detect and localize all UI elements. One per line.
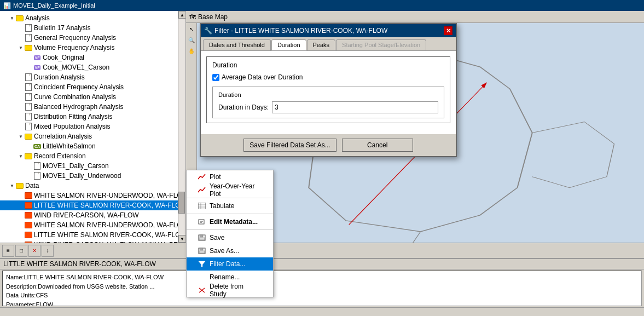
data-icon-wind-river <box>24 211 33 220</box>
duration-group: Duration Average Data over Duration Dura… <box>206 56 450 123</box>
data-icon-white-salmon-1 <box>24 191 33 200</box>
dialog-title-content: 🔧 Filter - LITTLE WHITE SALMON RIVER-COO… <box>204 27 387 35</box>
doc-icon-balanced <box>24 102 33 111</box>
tree-item-data[interactable]: ▼ Data <box>0 181 185 191</box>
tree-item-mixed-pop[interactable]: Mixed Population Analysis <box>0 122 185 131</box>
tree-item-curve-combo[interactable]: Curve Combination Analysis <box>0 92 185 102</box>
tree-item-vf-cook-move1[interactable]: VF Cook_MOVE1_Carson <box>0 62 185 72</box>
general-freq-label: General Frequency Analysis <box>34 34 116 42</box>
avg-duration-label[interactable]: Average Data over Duration <box>222 73 303 81</box>
curve-combo-label: Curve Combination Analysis <box>34 93 116 101</box>
folder-icon-data <box>15 181 24 190</box>
app-icon: 📊 <box>3 2 11 9</box>
doc-icon-move1-carson <box>33 162 42 170</box>
tab-dates-threshold[interactable]: Dates and Threshold <box>203 39 271 50</box>
dialog-footer: Save Filtered Data Set As... Cancel <box>201 134 456 156</box>
tree-arrow-analysis: ▼ <box>9 15 15 21</box>
tree-item-move1-carson[interactable]: MOVE1_Daily_Carson <box>0 161 185 171</box>
ca-little-white-label: LittleWhiteSalmon <box>43 142 96 150</box>
little-white-label: LITTLE WHITE SALMON RIVER-COOK, WA-FLOW <box>34 202 186 209</box>
coincident-freq-label: Coincident Frequency Analysis <box>34 83 124 91</box>
edit-metadata-icon <box>198 217 206 226</box>
doc-icon-coincident <box>24 83 33 91</box>
white-salmon-1-label: WHITE SALMON RIVER-UNDERWOOD, WA-FLOW <box>34 192 186 199</box>
status-text <box>3 309 5 315</box>
status-bar <box>0 307 644 316</box>
tb-list-btn[interactable]: ≡ <box>2 245 14 257</box>
tab-peaks[interactable]: Peaks <box>307 39 336 50</box>
analysis-label: Analysis <box>25 14 50 22</box>
tree-scrollbar[interactable]: ▲ ▼ <box>178 11 185 243</box>
svg-rect-4 <box>199 220 204 224</box>
tb-run-btn[interactable]: ↕ <box>42 245 54 257</box>
tree-item-little-white-selected[interactable]: LITTLE WHITE SALMON RIVER-COOK, WA-FLOW <box>0 200 185 210</box>
tree-arrow-record-ext: ▼ <box>18 153 24 159</box>
tree-item-coincident-freq[interactable]: Coincident Frequency Analysis <box>0 82 185 92</box>
tree-item-volume-freq[interactable]: ▼ Volume Frequency Analysis <box>0 43 185 53</box>
inner-group-title: Duration <box>218 91 438 98</box>
tb-view-btn[interactable]: □ <box>15 245 27 257</box>
tool-cursor-btn[interactable]: ↖ <box>187 24 196 34</box>
plot-icon <box>198 173 206 181</box>
bottom-toolbar: ≡ □ ✕ ↕ <box>0 243 644 258</box>
scroll-down-btn[interactable]: ▼ <box>178 235 186 243</box>
doc-icon-bulletin17 <box>24 24 33 32</box>
data-icon-little-white-2 <box>24 231 33 239</box>
tree-item-little-white-2[interactable]: LITTLE WHITE SALMON RIVER-COOK, WA-FLOW <box>0 230 185 240</box>
scroll-thumb[interactable] <box>178 192 185 214</box>
tool-hand-btn[interactable]: ✋ <box>187 46 196 56</box>
plot-label: Plot <box>210 173 221 181</box>
tab-starting-pool: Starting Pool Stage/Elevation <box>336 39 426 50</box>
tab-duration[interactable]: Duration <box>271 39 306 50</box>
tree-arrow-data: ▼ <box>9 182 15 189</box>
tree-item-balanced-hydro[interactable]: Balanced Hydrograph Analysis <box>0 102 185 112</box>
duration-days-input[interactable] <box>272 101 438 113</box>
dialog-tabs: Dates and Threshold Duration Peaks Start… <box>201 37 456 51</box>
yoy-plot-label: Year-Over-Year Plot <box>210 182 262 198</box>
tree-item-dist-fitting[interactable]: Distribution Fitting Analysis <box>0 112 185 122</box>
tree-item-white-salmon-2[interactable]: WHITE SALMON RIVER-UNDERWOOD, WA-FLOW <box>0 220 185 230</box>
tree-item-general-freq[interactable]: General Frequency Analysis <box>0 33 185 43</box>
balanced-hydro-label: Balanced Hydrograph Analysis <box>34 103 123 111</box>
context-separator-2 <box>187 214 273 214</box>
info-panel: Name:LITTLE WHITE SALMON RIVER-COOK, WA-… <box>2 271 642 306</box>
tree-item-ca-little-white[interactable]: CA LittleWhiteSalmon <box>0 141 185 151</box>
context-menu-tabulate[interactable]: Tabulate <box>187 199 273 212</box>
duration-label: Duration Analysis <box>34 73 85 81</box>
folder-icon-volume-freq <box>24 43 33 52</box>
tree-item-record-ext[interactable]: ▼ Record Extension <box>0 151 185 161</box>
tb-close-btn[interactable]: ✕ <box>28 245 40 257</box>
cancel-btn[interactable]: Cancel <box>342 139 413 152</box>
scroll-up-btn[interactable]: ▲ <box>178 11 186 19</box>
context-menu-save[interactable]: Save <box>187 231 273 243</box>
info-name: Name:LITTLE WHITE SALMON RIVER-COOK, WA-… <box>6 273 638 282</box>
tree-item-vf-cook-orig[interactable]: VF Cook_Original <box>0 53 185 62</box>
context-menu-yoy-plot[interactable]: Year-Over-Year Plot <box>187 183 273 197</box>
tree-item-correlation[interactable]: ▼ Correlation Analysis <box>0 131 185 141</box>
data-label: Data <box>25 182 39 189</box>
tree-item-wind-river-carson[interactable]: WIND RIVER-CARSON, WA-FLOW <box>0 210 185 220</box>
bottom-panel: LITTLE WHITE SALMON RIVER-COOK, WA-FLOW … <box>0 258 644 307</box>
record-ext-label: Record Extension <box>34 152 86 160</box>
save-filtered-btn[interactable]: Save Filtered Data Set As... <box>243 139 336 152</box>
tree-item-wind-annual[interactable]: WIND RIVER-CARSON, WA-FLOW-ANNUAL PEA... <box>0 240 185 243</box>
info-description: Description:Downloaded from USGS website… <box>6 282 638 291</box>
doc-icon-move1-underwood <box>33 171 42 180</box>
doc-icon-general-freq <box>24 33 33 42</box>
tree-item-analysis[interactable]: ▼ Analysis <box>0 13 185 23</box>
dialog-close-button[interactable]: ✕ <box>444 26 452 35</box>
tree-item-duration[interactable]: Duration Analysis <box>0 72 185 82</box>
dialog-title-text: Filter - LITTLE WHITE SALMON RIVER-COOK,… <box>214 27 387 35</box>
tool-search-btn[interactable]: 🔍 <box>187 35 196 45</box>
context-menu-edit-metadata[interactable]: Edit Metadata... <box>187 215 273 228</box>
svg-rect-9 <box>199 238 205 240</box>
tree-item-move1-underwood[interactable]: MOVE1_Daily_Underwood <box>0 171 185 181</box>
save-icon <box>198 233 206 242</box>
duration-group-title: Duration <box>212 61 444 69</box>
context-menu-plot[interactable]: Plot <box>187 170 273 183</box>
avg-duration-checkbox[interactable] <box>212 74 219 81</box>
checkbox-row: Average Data over Duration <box>212 73 444 81</box>
doc-icon-mixed-pop <box>24 122 33 131</box>
tree-item-bulletin17[interactable]: Bulletin 17 Analysis <box>0 23 185 33</box>
tree-item-white-salmon-1[interactable]: WHITE SALMON RIVER-UNDERWOOD, WA-FLOW <box>0 191 185 200</box>
